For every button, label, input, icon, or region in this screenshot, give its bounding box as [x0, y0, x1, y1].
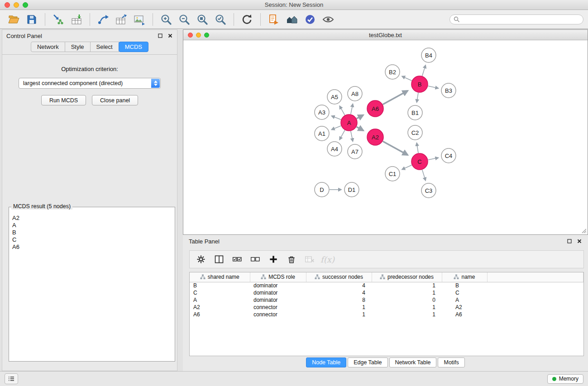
network-graph[interactable]: AA6A2BCA5A8A3A1A4A7B2B4B3B1C2C4C1C3DD1 — [183, 40, 588, 234]
edge-A-A7[interactable] — [351, 131, 353, 142]
memory-button[interactable]: Memory — [547, 374, 583, 384]
table-float-panel-button[interactable] — [567, 238, 572, 244]
run-mcds-button[interactable]: Run MCDS — [41, 95, 86, 105]
refresh-button[interactable] — [238, 11, 256, 28]
edge-C-C1[interactable] — [402, 165, 412, 170]
node-B1[interactable]: B1 — [408, 105, 422, 120]
close-panel-button[interactable] — [167, 33, 173, 38]
node-B3[interactable]: B3 — [441, 83, 456, 98]
node-C1[interactable]: C1 — [385, 167, 400, 181]
cell-predecessor-nodes[interactable]: 0 — [372, 296, 442, 304]
close-window-button[interactable] — [5, 2, 10, 8]
import-table-button[interactable] — [67, 11, 86, 28]
delete-table-button[interactable] — [301, 252, 318, 267]
zoom-out-button[interactable] — [175, 11, 193, 28]
edge-B-B2[interactable] — [402, 76, 412, 81]
node-A3[interactable]: A3 — [315, 105, 329, 119]
cell-mcds-role[interactable]: dominator — [250, 296, 306, 304]
node-D1[interactable]: D1 — [344, 182, 359, 197]
criterion-dropdown[interactable]: largest connected component (directed) — [19, 78, 161, 89]
mcds-result-item[interactable]: A — [12, 222, 170, 229]
cell-successor-nodes[interactable]: 1 — [306, 304, 372, 311]
node-C4[interactable]: C4 — [441, 148, 456, 163]
import-network-button[interactable] — [49, 11, 67, 28]
table-settings-button[interactable] — [192, 252, 209, 267]
delete-button[interactable] — [283, 252, 300, 267]
function-builder-button[interactable]: f(x) — [319, 252, 336, 267]
cell-successor-nodes[interactable]: 1 — [306, 311, 372, 318]
mcds-result-item[interactable]: C — [12, 236, 170, 243]
network-window-titlebar[interactable]: testGlobe.txt — [183, 30, 588, 40]
node-A6[interactable]: A6 — [367, 100, 383, 117]
mcds-result-item[interactable]: B — [12, 229, 170, 236]
deselect-all-button[interactable] — [247, 252, 263, 267]
float-panel-button[interactable] — [158, 33, 163, 38]
network-minimize-button[interactable] — [196, 33, 201, 38]
table-row[interactable]: A2connector11A2 — [190, 304, 583, 311]
node-A8[interactable]: A8 — [348, 86, 362, 101]
edge-C-C2[interactable] — [417, 143, 419, 153]
cell-shared-name[interactable]: B — [190, 282, 250, 289]
edge-A-A8[interactable] — [351, 104, 353, 114]
close-panel-action-button[interactable]: Close panel — [92, 95, 138, 105]
home-button[interactable] — [283, 11, 301, 28]
node-C2[interactable]: C2 — [408, 125, 422, 140]
tab-mcds[interactable]: MCDS — [119, 42, 148, 52]
column-header-predecessor-nodes[interactable]: predecessor nodes — [372, 272, 442, 282]
search-box[interactable] — [449, 14, 583, 24]
node-A[interactable]: A — [341, 114, 357, 131]
minimize-window-button[interactable] — [14, 2, 19, 8]
network-close-button[interactable] — [188, 33, 193, 38]
zoom-window-button[interactable] — [23, 2, 28, 8]
node-table-container[interactable]: shared nameMCDS rolesuccessor nodesprede… — [189, 272, 584, 356]
node-B4[interactable]: B4 — [421, 48, 436, 62]
new-network-table-button[interactable] — [112, 11, 130, 28]
session-file-button[interactable] — [265, 11, 283, 28]
tab-motifs[interactable]: Motifs — [438, 357, 464, 367]
select-all-button[interactable] — [229, 252, 245, 267]
table-row[interactable]: Adominator80A — [190, 296, 583, 304]
zoom-fit-button[interactable] — [193, 11, 211, 28]
table-row[interactable]: Bdominator41B — [190, 282, 583, 289]
edge-A-A4[interactable] — [339, 130, 345, 140]
table-row[interactable]: Cdominator41C — [190, 289, 583, 296]
edge-B-B3[interactable] — [428, 86, 439, 88]
network-from-database-button[interactable] — [94, 11, 112, 28]
open-file-button[interactable] — [5, 11, 23, 28]
network-zoom-button[interactable] — [204, 33, 209, 38]
cell-mcds-role[interactable]: dominator — [250, 282, 306, 289]
edge-B-B1[interactable] — [417, 93, 418, 103]
zoom-selected-button[interactable] — [211, 11, 229, 28]
column-header-name[interactable]: name — [442, 272, 487, 282]
edge-A6-B[interactable] — [383, 91, 408, 104]
cell-shared-name[interactable]: A6 — [190, 311, 250, 318]
cell-name[interactable]: B — [442, 282, 487, 289]
cell-name[interactable]: A — [442, 296, 487, 304]
edge-B-B4[interactable] — [422, 65, 425, 76]
node-D[interactable]: D — [315, 182, 329, 197]
cell-predecessor-nodes[interactable]: 1 — [372, 304, 442, 311]
node-B[interactable]: B — [411, 76, 428, 92]
column-header-shared-name[interactable]: shared name — [190, 272, 250, 282]
export-image-button[interactable] — [130, 11, 148, 28]
edge-A-A6[interactable] — [357, 115, 363, 119]
cell-name[interactable]: A2 — [442, 304, 487, 311]
cell-successor-nodes[interactable]: 4 — [306, 289, 372, 296]
edge-C-C4[interactable] — [428, 158, 439, 160]
node-A7[interactable]: A7 — [348, 144, 362, 159]
edge-C-C3[interactable] — [422, 170, 425, 181]
edge-A-A2[interactable] — [357, 127, 363, 130]
resize-grip-icon[interactable] — [580, 227, 587, 234]
column-header-mcds-role[interactable]: MCDS role — [250, 272, 306, 282]
search-input[interactable] — [462, 16, 579, 23]
task-history-button[interactable] — [5, 373, 18, 384]
cell-predecessor-nodes[interactable]: 1 — [372, 311, 442, 318]
save-session-button[interactable] — [23, 11, 41, 28]
node-C[interactable]: C — [411, 153, 428, 170]
edge-A-A5[interactable] — [339, 106, 344, 115]
node-table[interactable]: shared nameMCDS rolesuccessor nodesprede… — [190, 272, 583, 318]
details-toggle-button[interactable] — [301, 11, 319, 28]
tab-network[interactable]: Network — [31, 42, 65, 52]
cell-mcds-role[interactable]: connector — [250, 311, 306, 318]
mcds-result-item[interactable]: A6 — [12, 243, 170, 251]
